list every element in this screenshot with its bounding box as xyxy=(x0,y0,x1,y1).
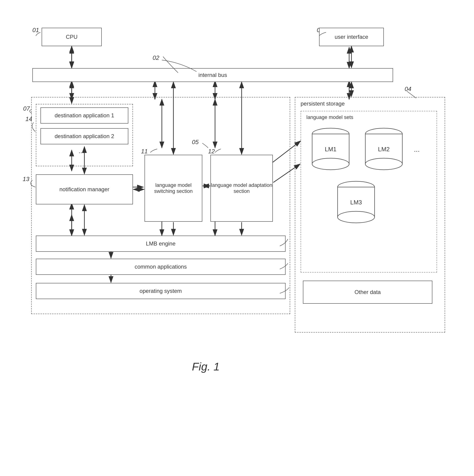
lang-model-adaptation-box: language model adaptation section xyxy=(210,155,273,222)
ref-05: 05 xyxy=(192,138,199,146)
ref-11: 11 xyxy=(141,148,148,155)
diagram: 01 CPU 03 user interface 02 internal bus… xyxy=(18,14,453,407)
dest-app1-box: destination application 1 xyxy=(40,107,128,124)
language-model-sets-label: language model sets xyxy=(306,114,353,120)
ref-07: 07 xyxy=(23,105,30,112)
lm2-cylinder: LM2 xyxy=(363,127,405,171)
ref-12: 12 xyxy=(208,148,215,155)
lm3-cylinder: LM3 xyxy=(335,180,377,224)
lmb-engine-box: LMB engine xyxy=(36,236,286,252)
operating-system-box: operating system xyxy=(36,283,286,299)
svg-point-22 xyxy=(312,158,349,170)
ref-02: 02 xyxy=(153,54,159,61)
dest-app2-box: destination application 2 xyxy=(40,128,128,144)
lang-model-switching-box: language model switching section xyxy=(145,155,202,222)
apps-ellipsis: ... xyxy=(79,147,84,155)
user-interface-box: user interface xyxy=(319,28,384,46)
ref-04: 04 xyxy=(405,85,411,93)
ref-01: 01 xyxy=(32,27,39,34)
svg-point-30 xyxy=(338,211,375,223)
common-applications-box: common applications xyxy=(36,259,286,275)
svg-text:LM1: LM1 xyxy=(325,146,337,153)
lm1-cylinder: LM1 xyxy=(310,127,351,171)
ellipsis-label: ... xyxy=(414,146,420,153)
svg-point-26 xyxy=(365,158,402,170)
ref-13: 13 xyxy=(23,175,29,183)
svg-text:LM3: LM3 xyxy=(350,199,362,206)
notification-manager-box: notification manager xyxy=(36,174,133,204)
cpu-box: CPU xyxy=(42,28,102,46)
svg-text:LM2: LM2 xyxy=(378,146,390,153)
ref-14: 14 xyxy=(25,116,32,123)
figure-label: Fig. 1 xyxy=(192,360,220,373)
other-data-box: Other data xyxy=(303,281,432,304)
persistent-storage-label: persistent storage xyxy=(301,101,345,107)
internal-bus-box: internal bus xyxy=(32,68,393,82)
